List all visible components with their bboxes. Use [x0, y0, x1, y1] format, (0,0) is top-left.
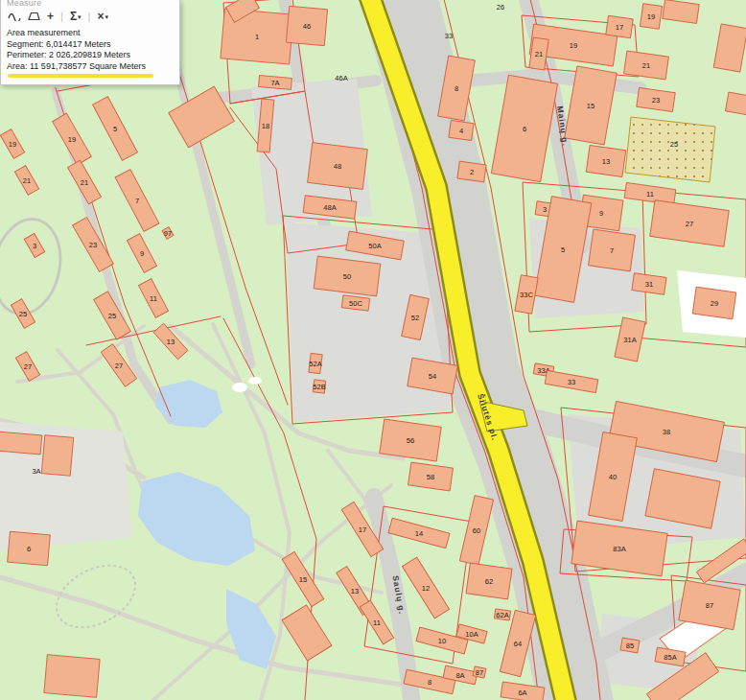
building-label: 10A	[465, 630, 478, 639]
building-label: 15	[299, 575, 307, 584]
building-label: 52A	[309, 360, 321, 368]
building	[663, 0, 699, 23]
dotted-parcel	[625, 117, 715, 182]
building-label: 4	[459, 127, 463, 135]
building-label: 52B	[313, 383, 325, 391]
building-label: 27	[24, 362, 32, 371]
building-label: 19	[647, 12, 655, 21]
building-label: 11	[150, 294, 157, 303]
building-label: 9	[140, 249, 144, 258]
building-label: 9	[599, 209, 603, 218]
building-label: 38	[663, 428, 670, 436]
building-label: 3A	[32, 467, 40, 476]
building-label: 21	[642, 61, 650, 70]
building-label: 23	[652, 96, 660, 105]
building-label: 21	[23, 176, 31, 185]
pond	[226, 589, 276, 669]
building-label: 7	[610, 246, 614, 255]
sigma-icon: Σ	[70, 12, 77, 22]
measure-line-button[interactable]	[8, 12, 21, 21]
chevron-down-icon: ▾	[78, 12, 82, 22]
area-value: 11 591,738577 Square Meters	[30, 61, 146, 71]
stadium-track	[0, 213, 69, 320]
building-label: 6	[27, 545, 31, 553]
building	[41, 435, 73, 476]
building-label: 85A	[664, 653, 676, 662]
map-stage: 1467A184848A50A5050C5252A52B545658606262…	[0, 0, 746, 700]
pond	[138, 472, 255, 566]
perimeter-value: 2 026,209819 Meters	[49, 50, 130, 59]
perimeter-label: Perimeter:	[7, 50, 47, 59]
plus-icon: +	[47, 12, 54, 22]
building-label: 15	[587, 102, 594, 110]
building-label: 23	[89, 241, 97, 249]
area-result: Area: 11 591,738577 Square Meters	[7, 61, 174, 73]
building-label: 6A	[518, 688, 526, 697]
clear-icon: ×	[97, 12, 104, 22]
building-label: 1	[255, 33, 259, 41]
clear-results-button[interactable]: × ▾	[97, 12, 108, 22]
building-label: 62A	[496, 611, 508, 619]
building-label: 87	[476, 668, 483, 677]
building-label: 48A	[323, 203, 336, 212]
building-label: 31A	[623, 336, 636, 344]
building-label: 46	[303, 22, 311, 31]
building-label: 25	[670, 140, 678, 149]
building-label: 40	[609, 473, 617, 481]
building-label: 62	[485, 577, 493, 586]
building-label: 54	[429, 372, 436, 381]
white-patch	[248, 377, 262, 385]
segment-result: Segment: 6,014417 Meters	[7, 39, 174, 51]
building-label: 31	[645, 280, 653, 289]
building-label: 25	[108, 312, 116, 320]
measure-area-button[interactable]	[28, 12, 40, 21]
building-label: 10	[438, 637, 446, 645]
building	[282, 605, 332, 661]
building-label: 7A	[270, 79, 279, 87]
building-label: 8	[428, 678, 431, 687]
building-label: 19	[9, 140, 16, 149]
building-label: 85	[626, 642, 634, 650]
building-label: 56	[407, 436, 414, 445]
building-label: 25	[19, 310, 27, 318]
sum-results-button[interactable]: Σ ▾	[70, 12, 82, 22]
chevron-down-icon: ▾	[105, 12, 108, 22]
area-highlight-underline	[8, 74, 153, 78]
building-label: 46A	[335, 74, 347, 82]
building-label: 87	[706, 601, 713, 610]
perimeter-result: Perimeter: 2 026,209819 Meters	[7, 50, 174, 61]
building-label: 13	[602, 157, 610, 166]
measure-panel: Measure + | Σ ▾ | × ▾	[0, 0, 180, 85]
measure-panel-title: Measure	[7, 0, 174, 7]
building-label: 3	[33, 242, 36, 250]
building-label: 17	[359, 525, 366, 534]
building-label: 14	[415, 529, 423, 538]
toolbar-separator: |	[88, 11, 91, 22]
building-label: 33	[568, 378, 575, 386]
building-label: 60	[473, 526, 480, 535]
building-label: 5	[561, 245, 565, 254]
building-label: 13	[351, 587, 359, 595]
building-label: 19	[570, 41, 577, 50]
measure-feature-button[interactable]: +	[47, 12, 54, 22]
map-canvas[interactable]: 1467A184848A50A5050C5252A52B545658606262…	[0, 0, 746, 700]
building-label: 21	[81, 178, 88, 187]
toolbar-separator: |	[60, 11, 63, 22]
building	[0, 432, 42, 455]
building-label: 64	[514, 640, 522, 648]
building-label: 8A	[455, 671, 464, 680]
building-label: 33C	[520, 291, 533, 299]
building	[713, 24, 746, 72]
wave-icon	[8, 12, 21, 21]
building-label: 50A	[368, 242, 381, 250]
building-label: 58	[427, 473, 434, 481]
building-label: 17	[616, 23, 623, 32]
building-label: 48	[334, 162, 341, 171]
building-label: 52	[411, 314, 419, 322]
building-label: 50	[343, 272, 351, 281]
polygon-icon	[28, 12, 40, 21]
building-label: 29	[711, 299, 718, 308]
building	[725, 92, 746, 115]
building-label: 27	[115, 362, 123, 370]
building-label: 26	[497, 3, 504, 12]
